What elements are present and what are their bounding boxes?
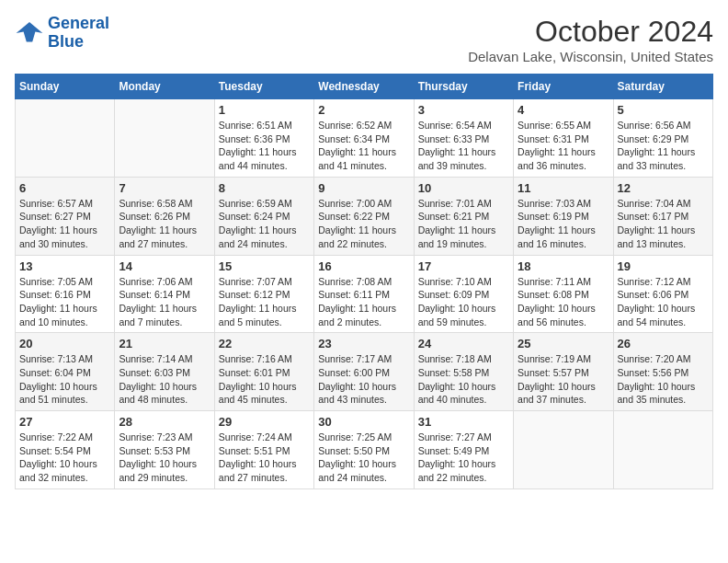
day-number: 1: [219, 103, 310, 117]
calendar-cell: 4Sunrise: 6:55 AM Sunset: 6:31 PM Daylig…: [514, 99, 613, 178]
header-cell-wednesday: Wednesday: [314, 75, 414, 99]
calendar-cell: 10Sunrise: 7:01 AM Sunset: 6:21 PM Dayli…: [414, 177, 513, 255]
calendar-cell: 18Sunrise: 7:11 AM Sunset: 6:08 PM Dayli…: [514, 255, 613, 333]
day-info: Sunrise: 7:18 AM Sunset: 5:58 PM Dayligh…: [418, 352, 509, 407]
day-info: Sunrise: 7:17 AM Sunset: 6:00 PM Dayligh…: [318, 352, 409, 407]
day-number: 25: [518, 337, 609, 350]
svg-marker-0: [17, 22, 43, 42]
calendar-header: SundayMondayTuesdayWednesdayThursdayFrid…: [16, 75, 713, 99]
day-info: Sunrise: 7:06 AM Sunset: 6:14 PM Dayligh…: [119, 275, 210, 329]
logo-text: General Blue: [48, 15, 109, 52]
calendar-table: SundayMondayTuesdayWednesdayThursdayFrid…: [15, 74, 713, 489]
calendar-week-row: 13Sunrise: 7:05 AM Sunset: 6:16 PM Dayli…: [16, 255, 713, 333]
calendar-cell: 24Sunrise: 7:18 AM Sunset: 5:58 PM Dayli…: [414, 333, 513, 411]
day-info: Sunrise: 7:08 AM Sunset: 6:11 PM Dayligh…: [318, 275, 409, 329]
title-block: October 2024 Delavan Lake, Wisconsin, Un…: [468, 15, 713, 64]
calendar-cell: 12Sunrise: 7:04 AM Sunset: 6:17 PM Dayli…: [613, 177, 712, 255]
day-number: 12: [618, 181, 709, 195]
calendar-cell: 13Sunrise: 7:05 AM Sunset: 6:16 PM Dayli…: [16, 255, 115, 333]
calendar-cell: 9Sunrise: 7:00 AM Sunset: 6:22 PM Daylig…: [314, 177, 414, 255]
calendar-cell: 25Sunrise: 7:19 AM Sunset: 5:57 PM Dayli…: [514, 333, 613, 411]
header-cell-sunday: Sunday: [16, 75, 115, 99]
day-number: 19: [618, 259, 709, 273]
day-info: Sunrise: 6:54 AM Sunset: 6:33 PM Dayligh…: [418, 119, 509, 173]
day-info: Sunrise: 7:12 AM Sunset: 6:06 PM Dayligh…: [618, 275, 709, 329]
day-number: 31: [418, 415, 509, 429]
day-info: Sunrise: 7:00 AM Sunset: 6:22 PM Dayligh…: [318, 197, 409, 251]
day-info: Sunrise: 7:23 AM Sunset: 5:53 PM Dayligh…: [119, 431, 210, 485]
day-info: Sunrise: 6:51 AM Sunset: 6:36 PM Dayligh…: [219, 119, 310, 173]
day-number: 26: [618, 337, 709, 350]
calendar-week-row: 6Sunrise: 6:57 AM Sunset: 6:27 PM Daylig…: [16, 177, 713, 255]
day-number: 13: [19, 259, 110, 273]
calendar-cell: 27Sunrise: 7:22 AM Sunset: 5:54 PM Dayli…: [16, 411, 115, 489]
day-info: Sunrise: 7:10 AM Sunset: 6:09 PM Dayligh…: [418, 275, 509, 329]
day-number: 9: [318, 181, 409, 195]
day-info: Sunrise: 7:25 AM Sunset: 5:50 PM Dayligh…: [318, 431, 409, 485]
calendar-cell: 14Sunrise: 7:06 AM Sunset: 6:14 PM Dayli…: [115, 255, 214, 333]
day-info: Sunrise: 6:57 AM Sunset: 6:27 PM Dayligh…: [19, 197, 110, 251]
day-number: 7: [119, 181, 210, 195]
calendar-cell: 19Sunrise: 7:12 AM Sunset: 6:06 PM Dayli…: [613, 255, 712, 333]
calendar-cell: 20Sunrise: 7:13 AM Sunset: 6:04 PM Dayli…: [16, 333, 115, 411]
day-number: 16: [318, 259, 409, 273]
day-number: 20: [19, 337, 110, 350]
header-cell-thursday: Thursday: [414, 75, 513, 99]
day-number: 8: [219, 181, 310, 195]
day-number: 2: [318, 103, 409, 117]
calendar-body: 1Sunrise: 6:51 AM Sunset: 6:36 PM Daylig…: [16, 99, 713, 489]
calendar-week-row: 27Sunrise: 7:22 AM Sunset: 5:54 PM Dayli…: [16, 411, 713, 489]
calendar-cell: [115, 99, 214, 178]
header-row: SundayMondayTuesdayWednesdayThursdayFrid…: [16, 75, 713, 99]
calendar-cell: 31Sunrise: 7:27 AM Sunset: 5:49 PM Dayli…: [414, 411, 513, 489]
calendar-cell: 2Sunrise: 6:52 AM Sunset: 6:34 PM Daylig…: [314, 99, 414, 178]
calendar-cell: 23Sunrise: 7:17 AM Sunset: 6:00 PM Dayli…: [314, 333, 414, 411]
calendar-week-row: 20Sunrise: 7:13 AM Sunset: 6:04 PM Dayli…: [16, 333, 713, 411]
logo: General Blue: [15, 15, 109, 52]
calendar-cell: 29Sunrise: 7:24 AM Sunset: 5:51 PM Dayli…: [214, 411, 313, 489]
calendar-cell: 30Sunrise: 7:25 AM Sunset: 5:50 PM Dayli…: [314, 411, 414, 489]
day-info: Sunrise: 6:52 AM Sunset: 6:34 PM Dayligh…: [318, 119, 409, 173]
header-cell-monday: Monday: [115, 75, 214, 99]
day-info: Sunrise: 7:11 AM Sunset: 6:08 PM Dayligh…: [518, 275, 609, 329]
calendar-cell: 6Sunrise: 6:57 AM Sunset: 6:27 PM Daylig…: [16, 177, 115, 255]
day-number: 17: [418, 259, 509, 273]
day-number: 14: [119, 259, 210, 273]
day-info: Sunrise: 7:01 AM Sunset: 6:21 PM Dayligh…: [418, 197, 509, 251]
day-number: 29: [219, 415, 310, 429]
calendar-cell: 16Sunrise: 7:08 AM Sunset: 6:11 PM Dayli…: [314, 255, 414, 333]
day-number: 22: [219, 337, 310, 350]
day-number: 24: [418, 337, 509, 350]
day-number: 3: [418, 103, 509, 117]
day-info: Sunrise: 6:59 AM Sunset: 6:24 PM Dayligh…: [219, 197, 310, 251]
day-number: 15: [219, 259, 310, 273]
day-info: Sunrise: 6:56 AM Sunset: 6:29 PM Dayligh…: [618, 119, 709, 173]
calendar-cell: 5Sunrise: 6:56 AM Sunset: 6:29 PM Daylig…: [613, 99, 712, 178]
day-number: 6: [19, 181, 110, 195]
day-info: Sunrise: 7:05 AM Sunset: 6:16 PM Dayligh…: [19, 275, 110, 329]
header-cell-saturday: Saturday: [613, 75, 712, 99]
calendar-cell: 11Sunrise: 7:03 AM Sunset: 6:19 PM Dayli…: [514, 177, 613, 255]
day-info: Sunrise: 7:22 AM Sunset: 5:54 PM Dayligh…: [19, 431, 110, 485]
calendar-cell: 3Sunrise: 6:54 AM Sunset: 6:33 PM Daylig…: [414, 99, 513, 178]
day-info: Sunrise: 7:24 AM Sunset: 5:51 PM Dayligh…: [219, 431, 310, 485]
page-title: October 2024: [468, 15, 713, 49]
day-number: 21: [119, 337, 210, 350]
day-number: 4: [518, 103, 609, 117]
day-number: 10: [418, 181, 509, 195]
calendar-cell: 17Sunrise: 7:10 AM Sunset: 6:09 PM Dayli…: [414, 255, 513, 333]
day-number: 11: [518, 181, 609, 195]
logo-line2: Blue: [48, 32, 84, 51]
day-info: Sunrise: 7:16 AM Sunset: 6:01 PM Dayligh…: [219, 352, 310, 407]
day-info: Sunrise: 7:20 AM Sunset: 5:56 PM Dayligh…: [618, 352, 709, 407]
calendar-cell: 28Sunrise: 7:23 AM Sunset: 5:53 PM Dayli…: [115, 411, 214, 489]
day-info: Sunrise: 7:04 AM Sunset: 6:17 PM Dayligh…: [618, 197, 709, 251]
calendar-cell: [16, 99, 115, 178]
logo-line1: General: [48, 14, 109, 32]
day-number: 30: [318, 415, 409, 429]
day-number: 27: [19, 415, 110, 429]
day-info: Sunrise: 6:55 AM Sunset: 6:31 PM Dayligh…: [518, 119, 609, 173]
calendar-cell: 21Sunrise: 7:14 AM Sunset: 6:03 PM Dayli…: [115, 333, 214, 411]
calendar-cell: 26Sunrise: 7:20 AM Sunset: 5:56 PM Dayli…: [613, 333, 712, 411]
page-subtitle: Delavan Lake, Wisconsin, United States: [468, 49, 713, 64]
